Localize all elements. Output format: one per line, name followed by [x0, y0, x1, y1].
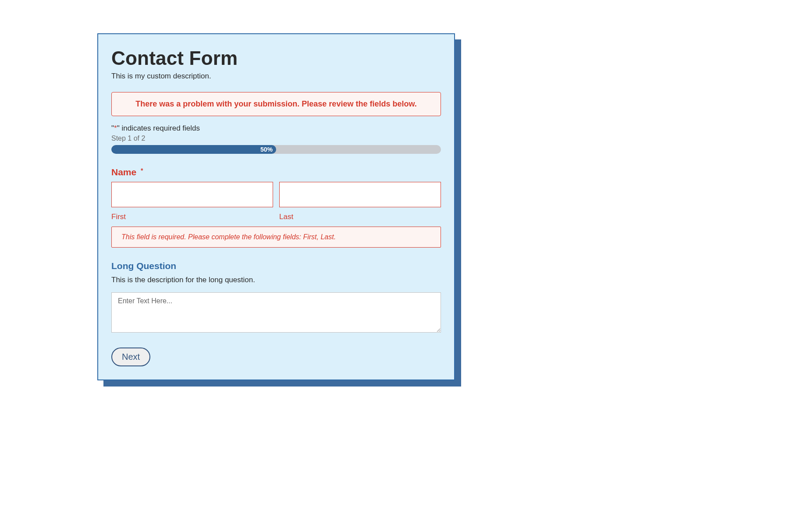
required-asterisk: * [114, 124, 117, 132]
next-button[interactable]: Next [111, 348, 150, 366]
long-question-textarea[interactable] [111, 292, 441, 333]
progress-bar-fill: 50% [111, 145, 276, 154]
first-name-input[interactable] [111, 182, 273, 207]
last-name-column: Last [279, 182, 441, 221]
first-name-column: First [111, 182, 273, 221]
long-question-label: Long Question [111, 261, 441, 271]
required-note-suffix: " indicates required fields [117, 124, 200, 132]
progress-bar: 50% [111, 145, 441, 154]
submission-error-banner: There was a problem with your submission… [111, 92, 441, 116]
form-card: Contact Form This is my custom descripti… [97, 33, 455, 380]
required-fields-note: "*" indicates required fields [111, 124, 441, 133]
name-label-text: Name [111, 167, 136, 177]
name-field-error-message: This field is required. Please complete … [111, 227, 441, 248]
last-name-sublabel: Last [279, 213, 441, 221]
name-required-asterisk: * [141, 167, 143, 174]
step-indicator: Step 1 of 2 [111, 135, 441, 142]
name-field-label: Name * [111, 167, 441, 177]
form-description: This is my custom description. [111, 72, 441, 81]
first-name-sublabel: First [111, 213, 273, 221]
form-title: Contact Form [111, 47, 441, 69]
last-name-input[interactable] [279, 182, 441, 207]
long-question-description: This is the description for the long que… [111, 276, 441, 284]
name-inputs-row: First Last [111, 182, 441, 221]
